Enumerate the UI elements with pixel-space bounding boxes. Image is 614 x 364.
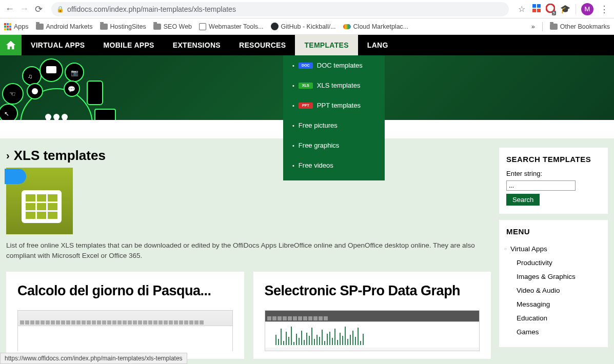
nav-mobile-apps[interactable]: MOBILE APPS bbox=[94, 35, 164, 55]
chrome-menu-icon[interactable]: ⋮ bbox=[599, 4, 610, 15]
xls-templates-image bbox=[6, 168, 73, 234]
dropdown-item-pictures[interactable]: Free pictures bbox=[283, 115, 385, 135]
favicon bbox=[199, 23, 206, 30]
folder-icon bbox=[153, 24, 161, 30]
card-title: Selectronic SP-Pro Data Graph bbox=[265, 283, 480, 299]
card-screenshot bbox=[265, 310, 480, 351]
search-label: Enter string: bbox=[506, 170, 601, 177]
home-button[interactable] bbox=[0, 35, 22, 55]
folder-icon bbox=[36, 24, 44, 30]
svg-text:☜: ☜ bbox=[9, 90, 16, 98]
apps-icon bbox=[4, 23, 11, 30]
templates-dropdown: DOCDOC templates XLSXLS templates PPTPPT… bbox=[283, 55, 385, 180]
menu-item-virtual-apps[interactable]: Virtual Apps bbox=[506, 242, 601, 256]
nav-resources[interactable]: RESOURCES bbox=[230, 35, 295, 55]
doc-badge-icon: DOC bbox=[299, 63, 313, 69]
svg-rect-0 bbox=[532, 4, 536, 8]
extension-icon[interactable]: 🎓 bbox=[560, 4, 570, 14]
menu-item[interactable]: Images & Graphics bbox=[506, 270, 601, 284]
svg-point-17 bbox=[53, 114, 60, 120]
bookmark-folder[interactable]: SEO Web bbox=[153, 23, 192, 30]
card-screenshot bbox=[17, 310, 233, 351]
github-icon bbox=[271, 23, 279, 30]
menu-item[interactable]: Productivity bbox=[506, 256, 601, 270]
home-icon bbox=[5, 39, 16, 51]
chevron-right-icon: › bbox=[6, 150, 10, 161]
intro-text: List of free online XLS templates that c… bbox=[6, 240, 491, 261]
reload-button[interactable]: ⟳ bbox=[33, 4, 44, 15]
dropdown-item-graphics[interactable]: Free graphics bbox=[283, 135, 385, 155]
favicon bbox=[343, 24, 351, 29]
svg-text:💬: 💬 bbox=[68, 85, 75, 93]
menu-item[interactable]: Games bbox=[506, 325, 601, 339]
back-button[interactable]: ← bbox=[4, 4, 15, 15]
star-icon[interactable]: ☆ bbox=[516, 4, 527, 15]
address-bar[interactable]: 🔒 offidocs.com/index.php/main-templates/… bbox=[51, 2, 509, 16]
menu-item[interactable]: Messaging bbox=[506, 297, 601, 311]
card-title: Calcolo del giorno di Pasqua... bbox=[17, 283, 233, 299]
xls-badge-icon: XLS bbox=[299, 83, 313, 89]
dropdown-item-videos[interactable]: Free videos bbox=[283, 155, 385, 175]
folder-icon bbox=[550, 24, 558, 30]
bookmark-item[interactable]: GitHub - Kickball/... bbox=[271, 23, 336, 30]
svg-rect-13 bbox=[87, 81, 103, 105]
menu-item[interactable]: Education bbox=[506, 311, 601, 325]
panel-heading: MENU bbox=[506, 227, 601, 236]
bookmarks-overflow[interactable]: » bbox=[531, 23, 535, 30]
svg-rect-16 bbox=[46, 119, 50, 120]
svg-rect-3 bbox=[537, 9, 541, 12]
dropdown-item-doc[interactable]: DOCDOC templates bbox=[283, 55, 385, 75]
site-nav: VIRTUAL APPS MOBILE APPS EXTENSIONS RESO… bbox=[0, 35, 614, 55]
template-card[interactable]: Selectronic SP-Pro Data Graph bbox=[253, 272, 491, 359]
menu-item[interactable]: Video & Audio bbox=[506, 284, 601, 297]
main-column: › XLS templates List of free online XLS … bbox=[6, 148, 491, 359]
nav-templates[interactable]: TEMPLATES bbox=[295, 35, 358, 55]
svg-point-25 bbox=[32, 88, 38, 94]
template-card[interactable]: Calcolo del giorno di Pasqua... bbox=[6, 272, 244, 359]
nav-extensions[interactable]: EXTENSIONS bbox=[164, 35, 230, 55]
forward-button[interactable]: → bbox=[18, 4, 30, 15]
bookmark-folder[interactable]: Android Markets bbox=[36, 23, 93, 30]
hero-graphic: ☜ ♫ 📷 💬 ↖ bbox=[0, 58, 123, 120]
ppt-badge-icon: PPT bbox=[299, 103, 313, 109]
svg-point-15 bbox=[45, 114, 51, 120]
divider bbox=[542, 22, 543, 31]
url-text: offidocs.com/index.php/main-templates/xl… bbox=[67, 5, 236, 13]
dropdown-item-ppt[interactable]: PPTPPT templates bbox=[283, 95, 385, 115]
svg-rect-1 bbox=[537, 4, 541, 8]
extension-icon[interactable] bbox=[532, 4, 541, 14]
nav-lang[interactable]: LANG bbox=[358, 35, 398, 55]
svg-rect-14 bbox=[95, 109, 115, 120]
divider bbox=[576, 4, 576, 14]
browser-toolbar: ← → ⟳ 🔒 offidocs.com/index.php/main-temp… bbox=[0, 0, 614, 18]
svg-text:📷: 📷 bbox=[71, 69, 78, 76]
svg-rect-20 bbox=[63, 119, 67, 120]
profile-avatar[interactable]: M bbox=[581, 3, 593, 15]
page-title: › XLS templates bbox=[6, 148, 491, 164]
bookmark-item[interactable]: Cloud Marketplac... bbox=[343, 23, 409, 30]
menu-panel: MENU Virtual Apps Productivity Images & … bbox=[499, 220, 608, 347]
svg-rect-2 bbox=[532, 9, 536, 12]
bookmark-item[interactable]: Webmaster Tools... bbox=[199, 23, 264, 30]
svg-rect-18 bbox=[54, 119, 58, 120]
bookmarks-bar: Apps Android Markets HostingSites SEO We… bbox=[0, 18, 614, 35]
svg-point-19 bbox=[62, 114, 68, 120]
bookmark-folder[interactable]: HostingSites bbox=[100, 23, 146, 30]
search-input[interactable] bbox=[506, 180, 576, 191]
svg-text:♫: ♫ bbox=[28, 73, 32, 80]
panel-heading: SEARCH TEMPLATES bbox=[506, 155, 601, 164]
toolbar-right: ☆ 5 🎓 M ⋮ bbox=[516, 3, 610, 15]
other-bookmarks[interactable]: Other Bookmarks bbox=[550, 23, 610, 30]
apps-shortcut[interactable]: Apps bbox=[4, 23, 29, 30]
lock-icon: 🔒 bbox=[56, 6, 64, 13]
dropdown-item-xls[interactable]: XLSXLS templates bbox=[283, 75, 385, 95]
svg-text:↖: ↖ bbox=[4, 110, 9, 117]
extension-icon[interactable]: 5 bbox=[546, 4, 555, 14]
svg-rect-23 bbox=[46, 66, 56, 73]
sidebar-column: SEARCH TEMPLATES Enter string: Search ME… bbox=[499, 148, 608, 347]
search-button[interactable]: Search bbox=[506, 194, 540, 206]
nav-virtual-apps[interactable]: VIRTUAL APPS bbox=[22, 35, 94, 55]
search-templates-panel: SEARCH TEMPLATES Enter string: Search bbox=[499, 148, 608, 214]
folder-icon bbox=[100, 24, 108, 30]
template-cards: Calcolo del giorno di Pasqua... Selectro… bbox=[6, 272, 491, 359]
